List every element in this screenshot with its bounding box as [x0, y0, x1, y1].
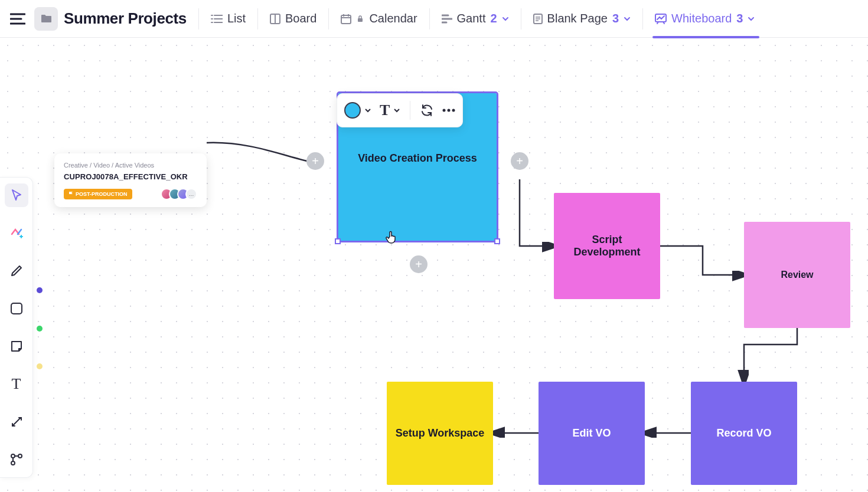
view-tab-label: Calendar — [369, 12, 417, 25]
task-footer: POST-PRODUCTION … — [64, 188, 197, 200]
doc-icon — [533, 14, 543, 24]
view-tab-count: 3 — [612, 12, 619, 25]
color-swatch — [344, 102, 361, 119]
board-icon — [270, 14, 280, 24]
shape-color-picker[interactable] — [344, 102, 371, 119]
view-tab-board[interactable]: Board — [258, 0, 328, 38]
view-tab-gantt[interactable]: Gantt 2 — [430, 0, 521, 38]
widgets-icon — [10, 453, 23, 466]
dots-icon — [442, 109, 455, 112]
tool-shape[interactable] — [5, 297, 28, 320]
text-icon: T — [12, 375, 21, 393]
add-connector-right[interactable]: + — [511, 152, 528, 170]
svg-point-10 — [18, 454, 22, 458]
folder-chip[interactable] — [34, 7, 58, 31]
connector-card-to-shape — [207, 143, 307, 161]
task-breadcrumb: Creative / Video / Active Videos — [64, 162, 197, 169]
svg-point-9 — [11, 454, 15, 458]
tool-sticky[interactable] — [5, 334, 28, 358]
shape-review[interactable]: Review — [744, 222, 850, 328]
shape-label: Video Creation Process — [358, 152, 477, 165]
resize-handle[interactable] — [335, 238, 341, 244]
whiteboard-canvas[interactable]: Creative / Video / Active Videos CUPROJ0… — [0, 38, 868, 492]
chevron-down-icon — [748, 15, 755, 22]
folder-icon — [41, 14, 51, 23]
more-options-button[interactable] — [442, 109, 455, 112]
svg-rect-8 — [11, 303, 22, 314]
svg-point-5 — [443, 109, 446, 112]
shape-edit-vo[interactable]: Edit VO — [539, 382, 645, 485]
resize-handle[interactable] — [494, 238, 500, 244]
shape-label: Record VO — [716, 427, 771, 439]
whiteboard-icon — [655, 14, 667, 24]
add-connector-bottom[interactable]: + — [410, 255, 428, 273]
tool-more[interactable] — [5, 448, 28, 471]
view-tab-label: Gantt — [457, 12, 486, 25]
view-tab-count: 2 — [490, 12, 497, 25]
tool-generate[interactable] — [5, 221, 28, 245]
tag-label: POST-PRODUCTION — [76, 191, 128, 197]
chevron-down-icon — [502, 15, 509, 22]
task-status-tag: POST-PRODUCTION — [64, 189, 132, 199]
view-tab-list[interactable]: List — [199, 0, 257, 38]
view-tab-calendar[interactable]: Calendar — [329, 0, 429, 38]
task-title: CUPROJ0078A_EFFECTIVE_OKR — [64, 172, 197, 181]
shape-record-vo[interactable]: Record VO — [691, 382, 797, 485]
view-tab-label: List — [227, 12, 246, 25]
svg-point-6 — [448, 109, 451, 112]
tool-select[interactable] — [5, 183, 28, 207]
view-tab-count: 3 — [736, 12, 743, 25]
tool-connector[interactable] — [5, 410, 28, 434]
view-tab-blank-page[interactable]: Blank Page 3 — [521, 0, 642, 38]
convert-button[interactable] — [420, 103, 434, 117]
shape-context-toolbar: T — [337, 93, 463, 127]
shape-setup-workspace[interactable]: Setup Workspace — [387, 382, 493, 485]
menu-icon — [10, 13, 25, 25]
assignee-avatars: … — [164, 188, 197, 200]
connector-video-to-script — [520, 179, 554, 246]
calendar-icon — [341, 14, 351, 24]
svg-point-7 — [452, 109, 455, 112]
shape-label: Setup Workspace — [396, 427, 485, 439]
connector-script-to-review — [660, 246, 744, 275]
tool-pen[interactable] — [5, 259, 28, 283]
view-tab-label: Whiteboard — [671, 12, 732, 25]
sync-icon — [420, 103, 434, 117]
text-style-picker[interactable]: T — [380, 101, 400, 119]
text-icon: T — [380, 101, 390, 119]
page-title: Summer Projects — [64, 9, 187, 28]
add-connector-left[interactable]: + — [306, 152, 324, 170]
shape-label: Edit VO — [572, 427, 611, 439]
shape-script-development[interactable]: Script Development — [554, 193, 660, 299]
avatar-overflow: … — [185, 188, 197, 200]
list-icon — [211, 14, 223, 24]
cursor-icon — [11, 189, 22, 202]
connector-icon — [10, 415, 23, 428]
gantt-icon — [442, 14, 452, 24]
whiteboard-tools: T — [0, 177, 33, 478]
flag-icon — [68, 192, 73, 196]
lock-icon — [356, 15, 364, 23]
chevron-down-icon — [393, 107, 400, 114]
shape-label: Script Development — [554, 234, 660, 258]
connector-review-to-record — [744, 328, 797, 382]
separator — [410, 101, 410, 120]
square-icon — [10, 302, 23, 315]
svg-point-11 — [11, 461, 15, 465]
main-menu-button[interactable] — [4, 5, 32, 33]
pen-icon — [10, 264, 23, 277]
view-tab-label: Blank Page — [547, 12, 608, 25]
view-tab-whiteboard[interactable]: Whiteboard 3 — [643, 0, 766, 38]
header-bar: Summer Projects List Board Calendar Gant… — [0, 0, 868, 38]
view-tab-label: Board — [285, 12, 316, 25]
shape-label: Review — [781, 270, 813, 280]
chevron-down-icon — [364, 107, 371, 114]
chevron-down-icon — [624, 15, 631, 22]
ai-generate-icon — [9, 226, 24, 240]
sticky-note-icon — [10, 340, 23, 353]
svg-rect-2 — [358, 18, 363, 22]
tool-text[interactable]: T — [5, 372, 28, 396]
task-card[interactable]: Creative / Video / Active Videos CUPROJ0… — [54, 153, 207, 207]
svg-rect-1 — [341, 15, 351, 24]
